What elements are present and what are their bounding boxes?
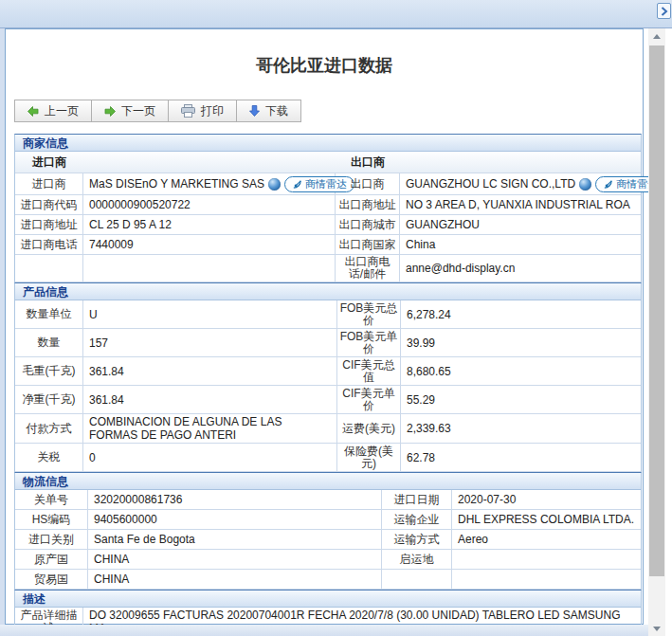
frame-bottom-edge [0,625,648,636]
field-value: 361.84 [83,386,337,413]
next-page-button[interactable]: 下一页 [91,100,169,122]
expand-button[interactable] [657,3,671,19]
field-label: 进口商地址 [15,215,83,234]
vertical-scrollbar[interactable] [648,28,665,636]
print-button[interactable]: 打印 [168,100,237,122]
scrollbar-thumb[interactable] [649,45,664,576]
field-label: 付款方式 [15,414,83,443]
printer-icon [181,104,195,118]
field-label: 贸易国 [15,570,88,589]
field-value: 2020-07-30 [452,490,641,509]
exporter-name-cell: GUANGZHOU LC SIGN CO.,LTD 商情雷达 [400,173,671,194]
page-title: 哥伦比亚进口数据 [6,54,643,77]
section-header-merchant: 商家信息 [14,134,642,152]
table-row: 进口商电话 7440009 出口商国家 China [15,235,641,255]
field-label: 启运地 [382,550,452,569]
field-label: 出口商国家 [336,235,400,254]
exporter-name: GUANGZHOU LC SIGN CO.,LTD [406,177,575,191]
exporter-column-header: 出口商 [336,152,400,173]
scrollbar-track[interactable] [648,44,665,621]
green-arrow-right-icon [104,106,116,117]
field-label [15,255,83,282]
field-label: 进口商代码 [15,195,83,214]
field-label: FOB美元单价 [337,329,401,356]
field-label: 数量单位 [15,300,83,328]
table-row: 进口商 MaS DISEnO Y MARKETING SAS 商情雷达 出口商 [15,173,641,195]
field-label: 出口商地址 [336,195,400,214]
field-value: CHINA [88,570,382,589]
product-table: 数量单位 U FOB美元总价 6,278.24 数量 157 FOB美元单价 3… [14,300,642,472]
field-label: FOB美元总价 [337,300,401,328]
field-label: 保险费(美元) [337,444,401,471]
field-label: CIF美元单价 [337,386,401,413]
content-panel: 哥伦比亚进口数据 上一页 下一页 打印 下载 商家信息 进口商 出口商 [5,28,644,625]
prev-page-button[interactable]: 上一页 [14,100,92,122]
table-row: 付款方式 COMBINACION DE ALGUNA DE LAS FORMAS… [15,414,641,444]
field-label: 出口商 [336,173,400,194]
field-value: NO 3 AREA D, YUANXIA INDUSTRIAL ROA [400,195,641,214]
field-label: CIF美元总值 [337,357,401,385]
field-label [382,570,452,589]
importer-column-header: 进口商 [15,152,83,173]
table-row: 毛重(千克) 361.84 CIF美元总值 8,680.65 [15,357,641,386]
radar-icon [603,179,613,190]
field-label: 出口商城市 [336,215,400,234]
table-row: 数量单位 U FOB美元总价 6,278.24 [15,300,641,329]
down-triangle-icon [653,627,661,631]
field-value: 9405600000 [88,510,382,529]
chevron-right-icon [661,7,668,16]
table-row: 关税 0 保险费(美元) 62.78 [15,444,641,472]
radar-icon [292,179,302,190]
field-value: 6,278.24 [401,300,641,328]
download-button[interactable]: 下载 [236,100,301,122]
field-value: 2,339.63 [401,414,641,443]
field-value: CHINA [88,550,382,569]
download-label: 下载 [265,103,288,119]
field-value: 7440009 [83,235,336,254]
field-label: 原产国 [15,550,88,569]
up-triangle-icon [653,34,661,39]
field-value [83,255,336,282]
field-value: 39.99 [401,329,641,356]
field-value: 361.84 [83,357,337,385]
table-row: 进口商地址 CL 25 D 95 A 12 出口商城市 GUANGZHOU [15,215,641,235]
data-tables: 商家信息 进口商 出口商 进口商 MaS DISEnO Y MARKETING … [14,134,642,636]
field-label: 运输企业 [382,510,452,529]
field-value: 0000000900520722 [83,195,336,214]
toolbar: 上一页 下一页 打印 下载 [14,100,301,122]
section-header-description: 描述 [14,590,642,608]
table-row: 出口商电话/邮件 anne@dhd-display.cn [15,255,641,282]
scroll-down-arrow[interactable] [648,621,665,636]
green-arrow-left-icon [27,106,39,117]
field-label: 运费(美元) [337,414,401,443]
table-row: 进口商代码 0000000900520722 出口商地址 NO 3 AREA D… [15,195,641,215]
field-value: GUANGZHOU [400,215,641,234]
globe-icon[interactable] [268,178,281,191]
field-value: DHL EXPRESS COLOMBIA LTDA. [452,510,641,529]
field-value: China [400,235,641,254]
table-row: 数量 157 FOB美元单价 39.99 [15,329,641,357]
importer-name-cell: MaS DISEnO Y MARKETING SAS 商情雷达 [83,173,336,194]
field-label: 进口关别 [15,530,88,549]
table-row: 进口关别 Santa Fe de Bogota 运输方式 Aereo [15,530,641,550]
field-label: 进口商 [15,173,83,194]
window-top-bar [0,0,672,28]
field-label: 毛重(千克) [15,357,83,385]
field-value: Santa Fe de Bogota [88,530,382,549]
globe-icon[interactable] [579,178,591,191]
section-header-logistics: 物流信息 [14,472,642,490]
table-subheader-row: 进口商 出口商 [15,152,641,173]
logistics-table: 关单号 32020000861736 进口日期 2020-07-30 HS编码 … [14,490,642,590]
scroll-up-arrow[interactable] [648,28,665,44]
section-header-product: 产品信息 [14,282,642,300]
field-value: 32020000861736 [88,490,382,509]
importer-name: MaS DISEnO Y MARKETING SAS [89,177,264,191]
field-value: 0 [83,444,337,471]
field-value: Aereo [452,530,641,549]
field-value: 157 [83,329,337,356]
field-label: 运输方式 [382,530,452,549]
table-row: 贸易国 CHINA [15,570,641,590]
field-value: U [83,300,337,328]
field-value [452,550,641,569]
field-label: 进口商电话 [15,235,83,254]
